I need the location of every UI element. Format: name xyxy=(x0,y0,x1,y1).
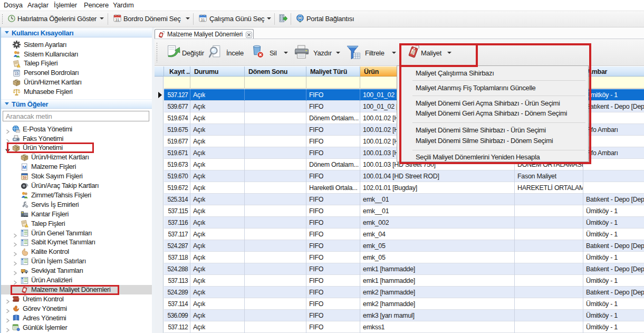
svg-text:59: 59 xyxy=(23,176,27,179)
svg-text:31: 31 xyxy=(201,17,205,22)
svg-text:31: 31 xyxy=(116,17,120,22)
svg-text:15: 15 xyxy=(15,72,19,75)
svg-text:M: M xyxy=(22,165,26,170)
